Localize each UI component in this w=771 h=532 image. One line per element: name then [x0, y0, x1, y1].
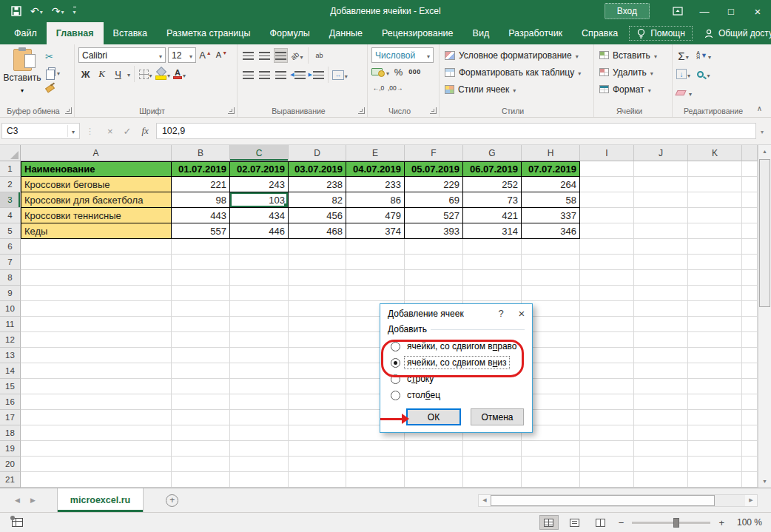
cell-C20[interactable]: [230, 457, 289, 472]
new-sheet-button[interactable]: +: [166, 494, 178, 507]
cell-H2[interactable]: 264: [522, 177, 580, 192]
cell-B12[interactable]: [172, 332, 230, 348]
name-box-splitter[interactable]: ⋮: [80, 127, 100, 136]
cell-E5[interactable]: 374: [346, 223, 405, 239]
cell-G4[interactable]: 421: [463, 208, 522, 223]
select-all-corner[interactable]: [0, 145, 21, 161]
cell-E19[interactable]: [346, 441, 405, 457]
zoom-slider-thumb[interactable]: [673, 518, 679, 528]
macro-record-icon[interactable]: [12, 518, 23, 527]
enter-entry-button[interactable]: ✓: [124, 126, 132, 137]
cell-I11[interactable]: [580, 317, 634, 332]
cell-H8[interactable]: [522, 270, 580, 286]
format-as-table-button[interactable]: Форматировать как таблицу: [443, 64, 590, 80]
sign-in-button[interactable]: Вход: [605, 3, 650, 19]
font-dialog-launcher[interactable]: [228, 107, 235, 114]
horizontal-scrollbar[interactable]: ◀ ▶: [478, 494, 758, 507]
row-header-8[interactable]: 8: [0, 270, 21, 286]
font-name-combo[interactable]: Calibri: [78, 47, 166, 63]
underline-button[interactable]: Ч: [111, 67, 125, 81]
fill-color-button[interactable]: [155, 67, 170, 81]
cell-K5[interactable]: [688, 223, 742, 239]
ribbon-tab-Разработчик[interactable]: Разработчик: [499, 22, 572, 44]
cell-K2[interactable]: [688, 177, 742, 192]
cell-D7[interactable]: [289, 255, 346, 270]
close-button[interactable]: ×: [744, 0, 771, 22]
cell-K6[interactable]: [688, 239, 742, 255]
row-header-20[interactable]: 20: [0, 457, 21, 472]
cell-G2[interactable]: 252: [463, 177, 522, 192]
row-header-10[interactable]: 10: [0, 301, 21, 317]
row-header-12[interactable]: 12: [0, 332, 21, 348]
column-header-A[interactable]: A: [21, 145, 172, 161]
cell-A21[interactable]: [21, 472, 172, 488]
cell-H20[interactable]: [522, 457, 580, 472]
cell-C18[interactable]: [230, 425, 289, 441]
cell-I13[interactable]: [580, 348, 634, 363]
row-header-2[interactable]: 2: [0, 177, 21, 192]
format-cells-button[interactable]: Формат: [598, 81, 668, 97]
cell-I3[interactable]: [580, 192, 634, 208]
cell-E3[interactable]: 86: [346, 192, 405, 208]
ribbon-tab-Формулы[interactable]: Формулы: [260, 22, 319, 44]
cell-E20[interactable]: [346, 457, 405, 472]
collapse-ribbon-button[interactable]: ∧: [757, 104, 762, 112]
cell-K19[interactable]: [688, 441, 742, 457]
insert-cells-button[interactable]: Вставить: [598, 47, 668, 63]
cell-A20[interactable]: [21, 457, 172, 472]
cell-A3[interactable]: Кроссовки для баскетбола: [21, 192, 172, 208]
cell-J18[interactable]: [634, 425, 688, 441]
cell-F20[interactable]: [405, 457, 463, 472]
hscroll-right-arrow[interactable]: ▶: [745, 495, 757, 506]
cell-B18[interactable]: [172, 425, 230, 441]
cell-C11[interactable]: [230, 317, 289, 332]
cell-A14[interactable]: [21, 363, 172, 379]
formula-bar-expand-button[interactable]: [756, 126, 768, 136]
align-top-button[interactable]: [241, 48, 255, 63]
cell-C7[interactable]: [230, 255, 289, 270]
align-center-button[interactable]: [257, 67, 272, 82]
cell-A19[interactable]: [21, 441, 172, 457]
cell-J17[interactable]: [634, 410, 688, 425]
cell-I19[interactable]: [580, 441, 634, 457]
cell-C21[interactable]: [230, 472, 289, 488]
cell-J4[interactable]: [634, 208, 688, 223]
hscroll-track[interactable]: [491, 495, 745, 506]
cell-I17[interactable]: [580, 410, 634, 425]
cell-F9[interactable]: [405, 286, 463, 301]
row-header-14[interactable]: 14: [0, 363, 21, 379]
customize-qat-button[interactable]: [70, 3, 80, 19]
cell-A18[interactable]: [21, 425, 172, 441]
column-header-J[interactable]: J: [634, 145, 688, 161]
cell-C10[interactable]: [230, 301, 289, 317]
cell-B2[interactable]: 221: [172, 177, 230, 192]
cell-B5[interactable]: 557: [172, 223, 230, 239]
increase-font-button[interactable]: А▲: [198, 48, 212, 63]
cut-button[interactable]: ✂: [45, 51, 60, 61]
cell-C15[interactable]: [230, 379, 289, 394]
cell-B11[interactable]: [172, 317, 230, 332]
ok-button[interactable]: ОК: [406, 408, 461, 425]
decrease-indent-button[interactable]: ◀: [290, 67, 306, 82]
cell-A5[interactable]: Кеды: [21, 223, 172, 239]
cell-J14[interactable]: [634, 363, 688, 379]
font-size-combo[interactable]: 12: [168, 47, 196, 63]
ribbon-tab-Рецензирование[interactable]: Рецензирование: [372, 22, 463, 44]
comma-style-button[interactable]: 000: [408, 64, 422, 79]
insert-function-button[interactable]: fx: [142, 125, 149, 137]
conditional-formatting-button[interactable]: Условное форматирование: [443, 47, 590, 63]
cell-E9[interactable]: [346, 286, 405, 301]
cell-G5[interactable]: 314: [463, 223, 522, 239]
cell-I7[interactable]: [580, 255, 634, 270]
row-header-6[interactable]: 6: [0, 239, 21, 255]
percent-style-button[interactable]: %: [391, 64, 405, 79]
cell-A8[interactable]: [21, 270, 172, 286]
align-right-button[interactable]: [274, 67, 288, 82]
cell-G21[interactable]: [463, 472, 522, 488]
cell-F4[interactable]: 527: [405, 208, 463, 223]
cell-D10[interactable]: [289, 301, 346, 317]
dialog-close-button[interactable]: ×: [511, 307, 532, 320]
column-header-F[interactable]: F: [405, 145, 463, 161]
cell-D8[interactable]: [289, 270, 346, 286]
cell-J21[interactable]: [634, 472, 688, 488]
